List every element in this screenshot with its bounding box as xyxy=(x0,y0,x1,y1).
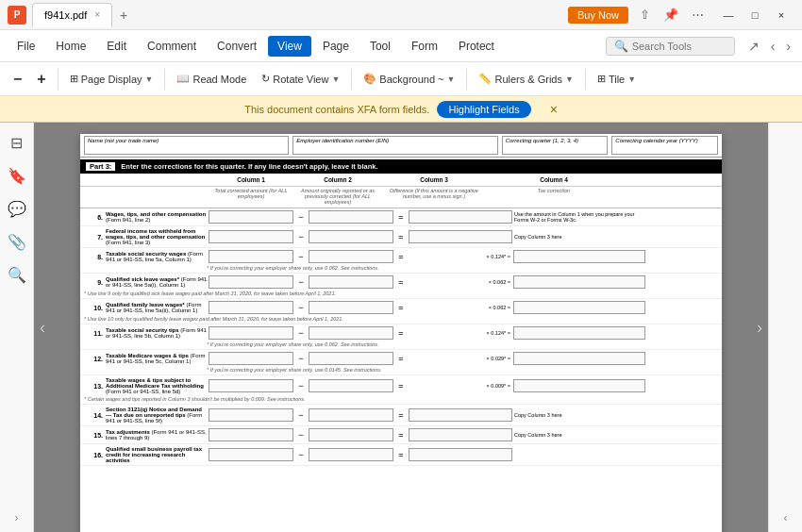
rulers-label: Rulers & Grids xyxy=(494,74,562,85)
row13-col2[interactable] xyxy=(309,379,393,392)
row8-note: * If you're correcting your employer sha… xyxy=(80,265,722,274)
right-panel-collapse-btn[interactable]: ‹ xyxy=(784,511,788,524)
menu-page[interactable]: Page xyxy=(313,36,359,57)
menu-edit[interactable]: Edit xyxy=(97,36,136,57)
next-page-btn[interactable]: › xyxy=(753,310,766,345)
row12-col1[interactable] xyxy=(209,352,293,365)
forward-icon[interactable]: › xyxy=(782,37,794,56)
rotate-label: Rotate View xyxy=(273,74,328,85)
row12-col4[interactable] xyxy=(513,352,645,365)
row11-col4[interactable] xyxy=(513,326,645,340)
menu-comment[interactable]: Comment xyxy=(138,36,206,57)
row10-col1[interactable] xyxy=(209,301,293,314)
background-label: Background ~ xyxy=(379,74,443,85)
rulers-grids-btn[interactable]: 📏 Rulers & Grids ▼ xyxy=(473,70,578,88)
back-icon[interactable]: ‹ xyxy=(767,37,779,56)
rotate-view-btn[interactable]: ↻ Rotate View ▼ xyxy=(256,70,345,88)
prev-page-btn[interactable]: ‹ xyxy=(36,310,49,345)
background-btn[interactable]: 🎨 Background ~ ▼ xyxy=(358,70,460,88)
row16-col2[interactable] xyxy=(309,448,393,461)
row12-col2[interactable] xyxy=(309,352,393,365)
read-mode-btn[interactable]: 📖 Read Mode xyxy=(171,70,252,88)
tab-close-btn[interactable]: × xyxy=(94,9,100,20)
left-panel-collapse-btn[interactable]: › xyxy=(15,511,19,524)
row14-col2[interactable] xyxy=(309,408,393,422)
row9-col1[interactable] xyxy=(209,275,293,289)
row8-col2[interactable] xyxy=(309,250,393,263)
ein-field: Employer identification number (EIN) xyxy=(292,136,497,155)
row6-col2[interactable] xyxy=(309,210,393,224)
share-icon[interactable]: ⇧ xyxy=(636,6,654,24)
row13-col4[interactable] xyxy=(513,379,645,392)
row9-col2[interactable] xyxy=(309,275,393,289)
close-btn[interactable]: × xyxy=(768,5,794,25)
maximize-btn[interactable]: □ xyxy=(742,5,768,25)
row15-col3b[interactable] xyxy=(409,428,512,441)
row13-op2: = xyxy=(394,381,408,391)
panel-comment-icon[interactable]: 💬 xyxy=(4,196,30,222)
row13-col1[interactable] xyxy=(209,379,293,392)
row16-col1[interactable] xyxy=(209,448,293,461)
right-panel: ‹ xyxy=(768,123,802,532)
highlight-fields-btn[interactable]: Highlight Fields xyxy=(437,101,530,118)
row14-col1[interactable] xyxy=(209,408,293,422)
menu-form[interactable]: Form xyxy=(402,36,447,57)
main-layout: ⊟ 🔖 💬 📎 🔍 › ‹ › Name (not your trade nam… xyxy=(0,123,802,532)
buy-now-button[interactable]: Buy Now xyxy=(568,7,628,24)
title-bar: P f941x.pdf × + Buy Now ⇧ 📌 ⋯ — □ × xyxy=(0,0,802,30)
title-icons: ⇧ 📌 ⋯ xyxy=(636,6,708,24)
row11-col2[interactable] xyxy=(309,326,393,340)
search-box[interactable]: 🔍 xyxy=(606,37,735,56)
menu-protect[interactable]: Protect xyxy=(449,36,504,57)
row15-col1[interactable] xyxy=(209,428,293,441)
row7-col1[interactable] xyxy=(209,230,293,243)
panel-pages-icon[interactable]: ⊟ xyxy=(7,130,26,156)
row16-col3b[interactable] xyxy=(409,448,512,461)
row14-op2: = xyxy=(394,410,408,420)
toolbar-sep-1 xyxy=(58,69,58,90)
col0-sub xyxy=(84,188,207,205)
menu-home[interactable]: Home xyxy=(46,36,95,57)
minimize-btn[interactable]: — xyxy=(715,5,742,25)
menu-view[interactable]: View xyxy=(268,36,311,57)
row10-col2[interactable] xyxy=(309,301,393,314)
row7-col3[interactable] xyxy=(409,230,512,243)
menu-file[interactable]: File xyxy=(8,36,44,57)
tile-btn[interactable]: ⊞ Tile ▼ xyxy=(592,70,642,88)
row8-col4[interactable] xyxy=(513,250,645,263)
row10-num: 10. xyxy=(84,305,105,311)
row6-col3[interactable] xyxy=(409,210,512,224)
zoom-out-btn[interactable]: − xyxy=(8,68,27,91)
panel-search-icon[interactable]: 🔍 xyxy=(4,262,30,288)
new-tab-btn[interactable]: + xyxy=(112,4,135,26)
row15-op2: = xyxy=(394,430,408,440)
external-link-icon[interactable]: ↗ xyxy=(744,37,763,56)
row15-col4: Copy Column 3 here xyxy=(513,431,645,439)
row9-col4[interactable] xyxy=(513,275,645,289)
row6-col1[interactable] xyxy=(209,210,293,224)
tile-label: Tile xyxy=(609,74,625,85)
pin-icon[interactable]: 📌 xyxy=(660,6,682,24)
more-icon[interactable]: ⋯ xyxy=(688,6,708,24)
menu-convert[interactable]: Convert xyxy=(208,36,266,57)
panel-bookmark-icon[interactable]: 🔖 xyxy=(4,163,30,189)
row10-col4[interactable] xyxy=(513,301,645,314)
active-tab[interactable]: f941x.pdf × xyxy=(32,3,112,27)
notification-close-btn[interactable]: × xyxy=(550,102,558,117)
panel-attachment-icon[interactable]: 📎 xyxy=(4,229,30,255)
search-input[interactable] xyxy=(632,41,727,52)
row15-col2[interactable] xyxy=(309,428,393,441)
row15-num: 15. xyxy=(84,432,105,439)
background-icon: 🎨 xyxy=(363,73,376,85)
row8-col1[interactable] xyxy=(209,250,293,263)
row7-col2[interactable] xyxy=(309,230,393,243)
page-display-btn[interactable]: ⊞ Page Display ▼ xyxy=(64,70,159,88)
row14-col3b[interactable] xyxy=(409,408,512,422)
col3-sub: Difference (If this amount is a negative… xyxy=(382,188,486,205)
zoom-in-btn[interactable]: + xyxy=(31,68,51,91)
row16-label: Qualified small business payroll tax cre… xyxy=(106,446,208,463)
row16-op2: = xyxy=(394,450,408,459)
row11-col1[interactable] xyxy=(209,326,293,340)
left-panel: ⊟ 🔖 💬 📎 🔍 › xyxy=(0,123,34,532)
menu-tool[interactable]: Tool xyxy=(360,36,400,57)
